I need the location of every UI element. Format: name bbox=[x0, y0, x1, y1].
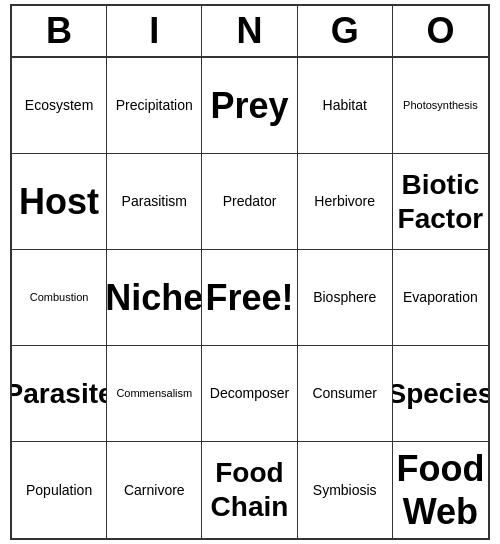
bingo-cell: Ecosystem bbox=[12, 58, 107, 154]
bingo-cell: BioticFactor bbox=[393, 154, 488, 250]
bingo-cell: FoodChain bbox=[202, 442, 297, 538]
bingo-header: BINGO bbox=[12, 6, 488, 58]
cell-text: BioticFactor bbox=[398, 168, 484, 235]
bingo-cell: Decomposer bbox=[202, 346, 297, 442]
cell-text: Symbiosis bbox=[313, 482, 377, 499]
bingo-cell: Prey bbox=[202, 58, 297, 154]
bingo-cell: Carnivore bbox=[107, 442, 202, 538]
header-letter: I bbox=[107, 6, 202, 56]
cell-text: Decomposer bbox=[210, 385, 289, 402]
cell-text: Photosynthesis bbox=[403, 99, 478, 112]
bingo-cell: Biosphere bbox=[298, 250, 393, 346]
bingo-cell: Species bbox=[393, 346, 488, 442]
bingo-cell: Habitat bbox=[298, 58, 393, 154]
cell-text: Carnivore bbox=[124, 482, 185, 499]
cell-text: Ecosystem bbox=[25, 97, 93, 114]
bingo-cell: Symbiosis bbox=[298, 442, 393, 538]
cell-text: Combustion bbox=[30, 291, 89, 304]
bingo-card: BINGO EcosystemPrecipitationPreyHabitatP… bbox=[10, 4, 490, 540]
bingo-grid: EcosystemPrecipitationPreyHabitatPhotosy… bbox=[12, 58, 488, 538]
bingo-cell: Population bbox=[12, 442, 107, 538]
cell-text: Herbivore bbox=[314, 193, 375, 210]
bingo-cell: Combustion bbox=[12, 250, 107, 346]
bingo-cell: Herbivore bbox=[298, 154, 393, 250]
cell-text: Niche bbox=[107, 276, 202, 319]
cell-text: Consumer bbox=[312, 385, 377, 402]
bingo-cell: Photosynthesis bbox=[393, 58, 488, 154]
cell-text: Species bbox=[393, 377, 488, 411]
cell-text: FoodChain bbox=[211, 456, 289, 523]
header-letter: G bbox=[298, 6, 393, 56]
header-letter: O bbox=[393, 6, 488, 56]
bingo-cell: Parasitism bbox=[107, 154, 202, 250]
cell-text: Parasite bbox=[12, 377, 107, 411]
header-letter: N bbox=[202, 6, 297, 56]
bingo-cell: Parasite bbox=[12, 346, 107, 442]
bingo-cell: Commensalism bbox=[107, 346, 202, 442]
bingo-cell: Host bbox=[12, 154, 107, 250]
bingo-cell: FoodWeb bbox=[393, 442, 488, 538]
header-letter: B bbox=[12, 6, 107, 56]
bingo-cell: Niche bbox=[107, 250, 202, 346]
cell-text: Free! bbox=[205, 276, 293, 319]
cell-text: Prey bbox=[210, 84, 288, 127]
cell-text: Habitat bbox=[323, 97, 367, 114]
bingo-cell: Consumer bbox=[298, 346, 393, 442]
cell-text: Predator bbox=[223, 193, 277, 210]
bingo-cell: Free! bbox=[202, 250, 297, 346]
cell-text: Population bbox=[26, 482, 92, 499]
cell-text: Parasitism bbox=[122, 193, 187, 210]
bingo-cell: Evaporation bbox=[393, 250, 488, 346]
cell-text: Host bbox=[19, 180, 99, 223]
cell-text: Evaporation bbox=[403, 289, 478, 306]
cell-text: Biosphere bbox=[313, 289, 376, 306]
bingo-cell: Predator bbox=[202, 154, 297, 250]
cell-text: FoodWeb bbox=[396, 447, 484, 533]
bingo-cell: Precipitation bbox=[107, 58, 202, 154]
cell-text: Precipitation bbox=[116, 97, 193, 114]
cell-text: Commensalism bbox=[116, 387, 192, 400]
